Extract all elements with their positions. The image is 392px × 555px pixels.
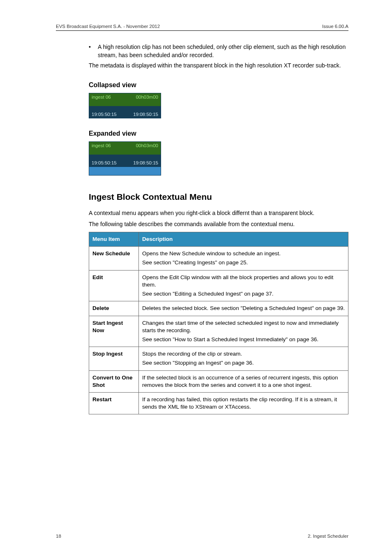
clip-start-tc: 19:05:50:15 — [92, 160, 117, 165]
description-cell: Changes the start time of the selected s… — [139, 316, 348, 347]
description-cell: Opens the New Schedule window to schedul… — [139, 247, 348, 270]
menu-item-cell: Delete — [89, 301, 139, 316]
description-cell: If a recording has failed, this option r… — [139, 393, 348, 414]
clip-end-tc: 19:08:50:15 — [133, 112, 158, 117]
paragraph-metadata: The metadata is displayed within the tra… — [89, 62, 348, 70]
table-row: New ScheduleOpens the New Schedule windo… — [89, 247, 348, 270]
contextual-intro-1: A contextual menu appears when you right… — [89, 209, 348, 217]
clip-name: ingest 06 — [92, 95, 111, 99]
bullet-item: • A high resolution clip has not been sc… — [89, 43, 348, 59]
table-row: EditOpens the Edit Clip window with all … — [89, 270, 348, 301]
header-left: EVS Broadcast Equipment S.A. - November … — [56, 24, 160, 29]
description-cell: Deletes the selected block. See section … — [139, 301, 348, 316]
clip-start-tc: 19:05:50:15 — [92, 112, 117, 117]
contextual-intro-2: The following table describes the comman… — [89, 220, 348, 229]
menu-item-cell: Restart — [89, 393, 139, 414]
footer-page-number: 18 — [56, 534, 61, 539]
clip-end-tc: 19:08:50:15 — [133, 160, 158, 165]
header-right: Issue 6.00.A — [322, 24, 348, 29]
menu-item-cell: New Schedule — [89, 247, 139, 270]
page-header: EVS Broadcast Equipment S.A. - November … — [56, 24, 348, 31]
table-row: Start Ingest NowChanges the start time o… — [89, 316, 348, 347]
clip-bottom-row: 19:05:50:15 19:08:50:15 — [89, 106, 161, 118]
clip-duration: 00h03m00 — [136, 143, 158, 148]
description-cell: If the selected block is an occurrence o… — [139, 370, 348, 392]
collapsed-view-heading: Collapsed view — [89, 81, 348, 89]
description-cell: Stops the recording of the clip or strea… — [139, 347, 348, 370]
menu-item-cell: Convert to One Shot — [89, 370, 139, 392]
bullet-text: A high resolution clip has not been sche… — [98, 43, 348, 59]
menu-item-cell: Start Ingest Now — [89, 316, 139, 347]
expanded-view-heading: Expanded view — [89, 130, 348, 137]
table-body: New ScheduleOpens the New Schedule windo… — [89, 247, 348, 414]
clip-name: ingest 06 — [92, 143, 111, 148]
clip-extra-subtrack — [89, 166, 161, 175]
contextual-menu-table: Menu Item Description New ScheduleOpens … — [89, 232, 348, 415]
collapsed-clip-block: ingest 06 00h03m00 19:05:50:15 19:08:50:… — [89, 93, 161, 118]
page-footer: 18 2. Ingest Scheduler — [56, 534, 348, 539]
description-cell: Opens the Edit Clip window with all the … — [139, 270, 348, 301]
table-row: RestartIf a recording has failed, this o… — [89, 393, 348, 414]
table-row: Convert to One ShotIf the selected block… — [89, 370, 348, 392]
table-row: Stop IngestStops the recording of the cl… — [89, 347, 348, 370]
menu-item-cell: Edit — [89, 270, 139, 301]
table-header-description: Description — [139, 232, 348, 246]
table-header-menu-item: Menu Item — [89, 232, 139, 246]
menu-item-cell: Stop Ingest — [89, 347, 139, 370]
clip-bottom-row: 19:05:50:15 19:08:50:15 — [89, 155, 161, 166]
clip-duration: 00h03m00 — [136, 95, 158, 99]
clip-top-row: ingest 06 00h03m00 — [89, 142, 161, 155]
footer-section: 2. Ingest Scheduler — [308, 534, 348, 539]
bullet-dot: • — [89, 43, 98, 59]
clip-top-row: ingest 06 00h03m00 — [89, 93, 161, 106]
table-row: DeleteDeletes the selected block. See se… — [89, 301, 348, 316]
expanded-clip-block: ingest 06 00h03m00 19:05:50:15 19:08:50:… — [89, 141, 161, 176]
contextual-menu-heading: Ingest Block Contextual Menu — [89, 192, 348, 202]
